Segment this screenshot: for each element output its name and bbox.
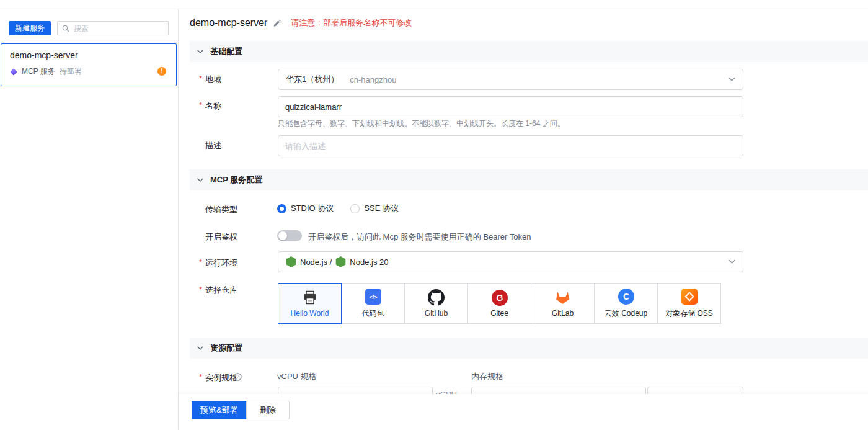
toggle-knob — [278, 231, 287, 240]
svg-text:?: ? — [236, 374, 239, 380]
spec-info-icon[interactable]: ? — [234, 373, 242, 381]
runtime-prefix: Node.js / — [300, 258, 332, 267]
region-select[interactable]: 华东1（杭州） cn-hangzhou — [278, 69, 743, 90]
region-label: 地域 — [205, 74, 221, 85]
spec-label: 实例规格 — [205, 372, 237, 383]
memory-column-label: 内存规格 — [471, 371, 503, 382]
gitee-icon: G — [492, 289, 508, 306]
nodejs-icon — [286, 256, 296, 267]
repo-card-gitee[interactable]: G Gitee — [467, 283, 531, 324]
search-icon — [62, 25, 69, 32]
nodejs-icon — [335, 256, 346, 267]
transport-radio-group: STDIO 协议 SSE 协议 — [277, 203, 399, 214]
service-type-label: MCP 服务 — [22, 66, 55, 77]
service-card-meta: MCP 服务 待部署 — [10, 66, 82, 77]
runtime-value-wrap: Node.js / Node.js 20 — [286, 256, 388, 267]
description-input[interactable] — [278, 135, 743, 156]
chevron-down-icon — [728, 78, 735, 82]
svg-text:G: G — [496, 293, 503, 303]
chevron-down-icon — [728, 260, 735, 264]
page-title: demo-mcp-server — [190, 17, 267, 29]
repo-card-hello-world[interactable]: Hello World — [278, 283, 342, 324]
repo-card-label: Hello World — [291, 309, 329, 318]
runtime-value: Node.js 20 — [350, 258, 388, 267]
svg-text:C: C — [622, 292, 629, 302]
section-resource-config: 资源配置 — [190, 338, 868, 359]
runtime-label: 运行环境 — [205, 258, 237, 269]
repo-card-label: 云效 Codeup — [604, 308, 647, 319]
codeup-icon: C — [618, 289, 634, 305]
name-label: 名称 — [205, 101, 221, 112]
auth-toggle[interactable] — [277, 230, 302, 241]
repo-card-code-package[interactable]: </> 代码包 — [341, 283, 405, 324]
search-input[interactable] — [73, 24, 164, 34]
oss-icon — [681, 289, 698, 305]
repo-card-gitlab[interactable]: GitLab — [531, 283, 595, 324]
delete-button[interactable]: 删除 — [246, 401, 290, 419]
repo-card-label: GitHub — [425, 309, 448, 318]
preview-deploy-button[interactable]: 预览&部署 — [192, 401, 247, 419]
vcpu-column-label: vCPU 规格 — [277, 371, 317, 382]
spec-required-marker: * — [199, 372, 202, 382]
service-status-label: 待部署 — [60, 66, 82, 77]
gitlab-icon — [554, 289, 571, 306]
service-search[interactable] — [57, 21, 169, 35]
github-icon — [428, 289, 445, 306]
auth-label: 开启鉴权 — [205, 231, 237, 243]
radio-sse[interactable] — [350, 204, 360, 213]
repo-card-oss[interactable]: 对象存储 OSS — [657, 283, 721, 324]
top-border — [0, 0, 868, 9]
mcp-diamond-icon — [10, 68, 17, 76]
svg-text:</>: </> — [369, 294, 377, 300]
repo-card-label: 对象存储 OSS — [665, 308, 713, 319]
footer-action-bar: 预览&部署 删除 — [179, 394, 868, 430]
service-card-title: demo-mcp-server — [10, 50, 78, 60]
repo-card-label: GitLab — [552, 309, 574, 318]
name-input[interactable] — [278, 96, 743, 117]
repo-card-label: 代码包 — [362, 308, 384, 319]
edit-name-icon[interactable] — [273, 19, 281, 27]
radio-sse-label[interactable]: SSE 协议 — [364, 203, 399, 214]
region-code: cn-hangzhou — [350, 75, 396, 84]
printer-icon — [302, 289, 318, 306]
code-package-icon: </> — [365, 289, 381, 305]
radio-stdio[interactable] — [277, 204, 286, 213]
section-mcp-config: MCP 服务配置 — [190, 169, 868, 190]
repo-card-github[interactable]: GitHub — [404, 283, 468, 324]
auth-hint: 开启鉴权后，访问此 Mcp 服务时需要使用正确的 Bearer Token — [308, 231, 531, 243]
sidebar-divider — [178, 9, 179, 430]
service-card-demo-mcp-server[interactable]: demo-mcp-server MCP 服务 待部署 ! — [1, 43, 177, 86]
name-hint: 只能包含字母、数字、下划线和中划线。不能以数字、中划线开头。长度在 1-64 之… — [278, 119, 565, 129]
region-required-marker: * — [199, 74, 202, 83]
section-resource-title: 资源配置 — [210, 343, 242, 354]
collapse-resource-button[interactable] — [197, 346, 203, 350]
repo-card-group: Hello World </> 代码包 GitHub G Gitee GitLa — [278, 283, 721, 324]
collapse-basic-button[interactable] — [197, 50, 203, 53]
section-basic-config: 基础配置 — [190, 41, 868, 62]
repo-required-marker: * — [199, 285, 202, 294]
name-required-marker: * — [199, 101, 202, 110]
new-service-button[interactable]: 新建服务 — [9, 21, 51, 35]
name-immutable-warning: 请注意：部署后服务名称不可修改 — [291, 17, 412, 29]
section-mcp-title: MCP 服务配置 — [210, 174, 262, 186]
main-header: demo-mcp-server 请注意：部署后服务名称不可修改 — [190, 17, 412, 29]
pending-warning-icon: ! — [157, 67, 166, 76]
section-basic-title: 基础配置 — [210, 46, 242, 57]
radio-stdio-label[interactable]: STDIO 协议 — [291, 203, 334, 214]
transport-label: 传输类型 — [205, 204, 237, 215]
runtime-required-marker: * — [199, 258, 202, 267]
repo-label: 选择仓库 — [205, 285, 237, 296]
description-label: 描述 — [205, 140, 221, 151]
runtime-select[interactable]: Node.js / Node.js 20 — [278, 251, 743, 272]
repo-card-label: Gitee — [490, 309, 508, 318]
region-value: 华东1（杭州） — [286, 74, 339, 85]
repo-card-codeup[interactable]: C 云效 Codeup — [594, 283, 658, 324]
collapse-mcp-button[interactable] — [197, 178, 203, 182]
